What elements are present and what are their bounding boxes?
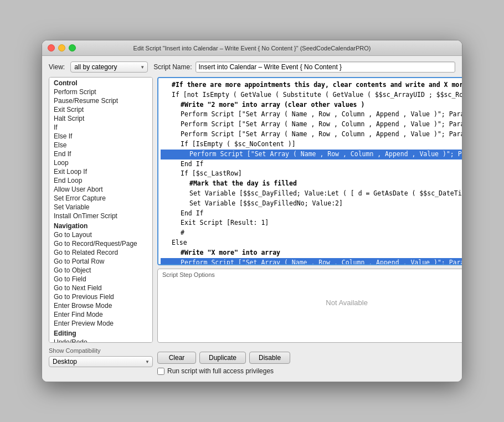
left-panel-item[interactable]: Loop	[49, 158, 152, 167]
maximize-button[interactable]	[69, 44, 76, 52]
checkbox-row: Run script with full access privileges	[157, 367, 455, 375]
left-panel: ControlPerform ScriptPause/Resume Script…	[49, 77, 153, 343]
script-line[interactable]: If [$sc_LastRow]	[161, 169, 462, 179]
left-panel-item: Navigation	[49, 222, 152, 230]
script-line[interactable]: Perform Script ["Set Array ( Name , Row …	[161, 120, 462, 130]
duplicate-button[interactable]: Duplicate	[199, 352, 246, 364]
left-panel-item[interactable]: Exit Script	[49, 105, 152, 114]
script-line[interactable]: End If	[161, 209, 462, 219]
script-line[interactable]: #Write "2 more" into array (clear other …	[161, 100, 462, 110]
left-panel-item[interactable]: Go to Next Field	[49, 284, 152, 292]
left-panel-item[interactable]: End Loop	[49, 176, 152, 185]
close-button[interactable]	[48, 44, 55, 52]
left-panel-item[interactable]: Allow User Abort	[49, 185, 152, 194]
window-body: View: all by category all by name favori…	[42, 56, 462, 382]
view-label: View:	[49, 63, 65, 71]
left-panel-item[interactable]: Enter Browse Mode	[49, 301, 152, 310]
options-panel: Script Step Options Not Available	[157, 269, 462, 343]
script-line[interactable]: #	[161, 228, 462, 238]
clear-button[interactable]: Clear	[157, 352, 196, 364]
script-line[interactable]: If [not IsEmpty ( GetValue ( Substitute …	[161, 90, 462, 100]
left-panel-item[interactable]: Go to Object	[49, 266, 152, 275]
script-line[interactable]: Set Variable [$$sc_DayFilledNo; Value:2]	[161, 199, 462, 209]
options-title: Script Step Options	[162, 271, 462, 278]
left-panel-item[interactable]: Exit Loop If	[49, 167, 152, 176]
bottom-buttons: Clear Duplicate Disable	[157, 352, 455, 364]
view-select[interactable]: all by category all by name favorites	[70, 61, 148, 73]
script-line[interactable]: Else	[161, 238, 462, 248]
left-panel-item: Editing	[49, 329, 152, 338]
script-line[interactable]: #Mark that the day is filled	[161, 179, 462, 189]
show-compat-label: Show Compatibility	[49, 347, 153, 354]
right-panel: #If there are more appointments this day…	[157, 77, 462, 343]
left-panel-item[interactable]: Go to Portal Row	[49, 257, 152, 266]
view-select-wrapper[interactable]: all by category all by name favorites	[70, 61, 148, 73]
left-panel-item[interactable]: Enter Preview Mode	[49, 319, 152, 328]
compat-select-wrapper[interactable]: Desktop iPhone iPad FileMaker WebDirect	[49, 356, 153, 367]
script-line[interactable]: Set Variable [$$sc_DayFilled; Value:Let …	[161, 189, 462, 199]
left-panel-item[interactable]: Else	[49, 141, 152, 150]
left-panel-item[interactable]: Set Error Capture	[49, 194, 152, 203]
left-panel-item[interactable]: End If	[49, 150, 152, 158]
script-name-input[interactable]	[196, 61, 456, 73]
window-title: Edit Script "Insert into Calendar – Writ…	[133, 45, 371, 52]
main-window: Edit Script "Insert into Calendar – Writ…	[42, 40, 462, 382]
left-panel-item[interactable]: Halt Script	[49, 114, 152, 123]
script-line[interactable]: Perform Script ["Set Array ( Name , Row …	[161, 130, 462, 140]
left-panel-item[interactable]: Set Variable	[49, 203, 152, 212]
script-line[interactable]: Perform Script ["Set Array ( Name , Row …	[161, 150, 462, 159]
disable-button[interactable]: Disable	[249, 352, 290, 364]
left-panel-item[interactable]: Go to Layout	[49, 230, 152, 239]
script-line[interactable]: If [IsEmpty ( $sc_NoContent )]	[161, 140, 462, 150]
script-name-label: Script Name:	[153, 63, 192, 71]
traffic-lights	[48, 44, 76, 52]
main-area: ControlPerform ScriptPause/Resume Script…	[49, 77, 455, 343]
left-panel-item[interactable]: Pause/Resume Script	[49, 96, 152, 105]
script-line[interactable]: Perform Script ["Set Array ( Name , Row …	[161, 258, 462, 265]
full-access-label: Run script with full access privileges	[167, 367, 274, 375]
minimize-button[interactable]	[58, 44, 65, 52]
left-panel-item: Control	[49, 79, 152, 88]
not-available-text: Not Available	[162, 280, 462, 325]
left-panel-item[interactable]: Install OnTimer Script	[49, 212, 152, 220]
script-line[interactable]: #Write "X more" into array	[161, 248, 462, 258]
left-panel-item[interactable]: Perform Script	[49, 88, 152, 96]
script-line[interactable]: Exit Script [Result: 1]	[161, 218, 462, 228]
script-line[interactable]: End If	[161, 159, 462, 169]
titlebar: Edit Script "Insert into Calendar – Writ…	[42, 40, 462, 56]
script-line[interactable]: #If there are more appointments this day…	[161, 80, 462, 90]
left-panel-item[interactable]: Go to Record/Request/Page	[49, 239, 152, 248]
left-panel-item[interactable]: Enter Find Mode	[49, 310, 152, 319]
full-access-checkbox[interactable]	[157, 368, 164, 375]
left-panel-item[interactable]: Undo/Redo	[49, 338, 152, 343]
show-compat-section: Show Compatibility Desktop iPhone iPad F…	[49, 347, 153, 367]
compat-select[interactable]: Desktop iPhone iPad FileMaker WebDirect	[49, 356, 153, 367]
left-panel-item[interactable]: Go to Field	[49, 275, 152, 284]
left-panel-item[interactable]: Go to Related Record	[49, 248, 152, 257]
top-row: View: all by category all by name favori…	[49, 61, 455, 73]
left-panel-item[interactable]: Else If	[49, 132, 152, 141]
left-panel-item[interactable]: If	[49, 123, 152, 132]
script-line[interactable]: Perform Script ["Set Array ( Name , Row …	[161, 110, 462, 120]
left-panel-item[interactable]: Go to Previous Field	[49, 292, 152, 301]
script-editor[interactable]: #If there are more appointments this day…	[157, 77, 462, 265]
right-bottom: Clear Duplicate Disable Run script with …	[157, 347, 455, 375]
script-name-row: Script Name:	[153, 61, 455, 73]
